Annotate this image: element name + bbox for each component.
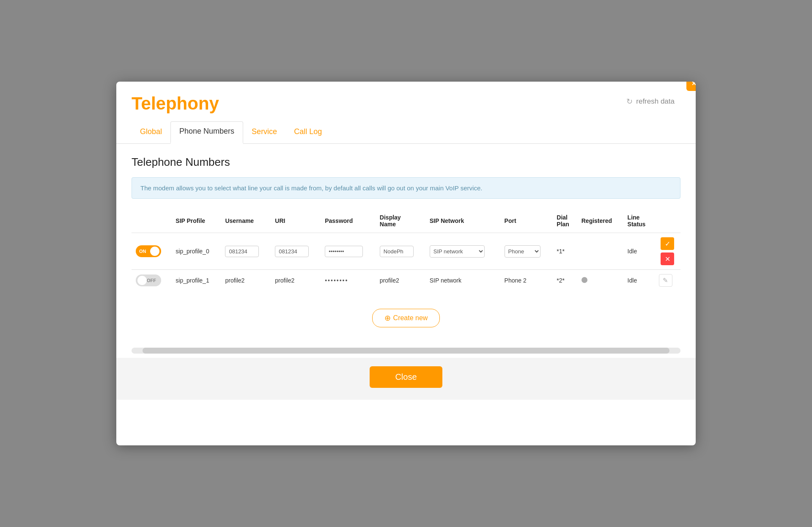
- modal-body: Telephone Numbers The modem allows you t…: [116, 144, 696, 340]
- create-new-label: Create new: [393, 314, 428, 322]
- sip-profile-name: sip_profile_1: [171, 270, 221, 291]
- toggle-cell: ON: [132, 233, 171, 270]
- col-header-sip-network: SIP Network: [425, 211, 500, 233]
- col-header-username: Username: [221, 211, 271, 233]
- password-input[interactable]: [325, 246, 363, 257]
- username-input[interactable]: [225, 246, 259, 257]
- horizontal-scrollbar[interactable]: [132, 348, 680, 354]
- sip-network-select[interactable]: SIP network: [430, 245, 485, 258]
- port-select[interactable]: Phone Phone 2: [505, 245, 540, 258]
- line-status-cell: Idle: [623, 233, 655, 270]
- refresh-button[interactable]: ↻ refresh data: [626, 97, 675, 106]
- toggle-thumb: [137, 276, 147, 285]
- modal-footer: Close: [116, 358, 696, 400]
- port-cell: Phone Phone 2: [500, 233, 553, 270]
- col-header-dial-plan: DialPlan: [552, 211, 577, 233]
- col-header-registered: Registered: [577, 211, 623, 233]
- col-header-display-name: DisplayName: [376, 211, 425, 233]
- registered-cell: [577, 270, 623, 291]
- modal-header: Telephony ↻ refresh data Global Phone Nu…: [116, 82, 696, 144]
- save-button[interactable]: ✓: [661, 237, 674, 250]
- sip-network-cell: SIP network: [425, 270, 500, 291]
- table-container: SIP Profile Username URI Password Displa…: [132, 211, 680, 291]
- refresh-icon: ↻: [626, 97, 633, 106]
- uri-cell: profile2: [271, 270, 321, 291]
- toggle-off-switch[interactable]: OFF: [136, 274, 161, 286]
- dial-plan-cell: *1*: [552, 233, 577, 270]
- col-header-port: Port: [500, 211, 553, 233]
- section-title: Telephone Numbers: [132, 156, 680, 169]
- tab-phone-numbers[interactable]: Phone Numbers: [170, 121, 243, 144]
- display-name-cell: [376, 233, 425, 270]
- modal-overlay: × Telephony ↻ refresh data Global Phone …: [0, 0, 812, 527]
- sip-network-cell: SIP network: [425, 233, 500, 270]
- username-cell: profile2: [221, 270, 271, 291]
- col-header-toggle: [132, 211, 171, 233]
- refresh-label: refresh data: [636, 97, 675, 106]
- uri-input[interactable]: [275, 246, 309, 257]
- sip-profiles-table: SIP Profile Username URI Password Displa…: [132, 211, 680, 291]
- tab-bar: Global Phone Numbers Service Call Log: [132, 121, 680, 143]
- info-banner: The modem allows you to select what line…: [132, 177, 680, 199]
- tab-call-log[interactable]: Call Log: [285, 121, 330, 143]
- toggle-cell: OFF: [132, 270, 171, 291]
- toggle-thumb: [150, 247, 159, 256]
- dial-plan-cell: *2*: [552, 270, 577, 291]
- modal-dialog: × Telephony ↻ refresh data Global Phone …: [116, 82, 696, 445]
- scrollbar-thumb: [143, 348, 669, 354]
- plus-icon: ⊕: [384, 313, 391, 323]
- toggle-on-label: ON: [136, 249, 146, 254]
- toggle-on-switch[interactable]: ON: [136, 245, 161, 257]
- registered-dot: [582, 277, 587, 283]
- sip-profile-name: sip_profile_0: [171, 233, 221, 270]
- app-title: Telephony: [132, 93, 680, 114]
- create-new-button[interactable]: ⊕ Create new: [372, 309, 440, 327]
- port-cell: Phone 2: [500, 270, 553, 291]
- table-row: ON sip_profile_0: [132, 233, 680, 270]
- close-button[interactable]: Close: [370, 366, 442, 388]
- uri-cell: [271, 233, 321, 270]
- username-cell: [221, 233, 271, 270]
- password-dots: ••••••••: [325, 277, 348, 284]
- col-header-sip-profile: SIP Profile: [171, 211, 221, 233]
- password-cell: [321, 233, 376, 270]
- actions-cell: ✓ ✕: [655, 233, 680, 270]
- col-header-actions: [655, 211, 680, 233]
- actions-column: ✓ ✕: [659, 237, 676, 265]
- registered-cell: [577, 233, 623, 270]
- table-row: OFF sip_profile_1 profile2 profile2 ••••…: [132, 270, 680, 291]
- password-cell: ••••••••: [321, 270, 376, 291]
- tab-global[interactable]: Global: [132, 121, 170, 143]
- display-name-input[interactable]: [380, 246, 414, 257]
- tab-service[interactable]: Service: [243, 121, 285, 143]
- delete-button[interactable]: ✕: [661, 253, 674, 265]
- edit-button[interactable]: ✎: [659, 274, 672, 287]
- col-header-line-status: LineStatus: [623, 211, 655, 233]
- col-header-uri: URI: [271, 211, 321, 233]
- line-status-cell: Idle: [623, 270, 655, 291]
- display-name-cell: profile2: [376, 270, 425, 291]
- actions-cell: ✎: [655, 270, 680, 291]
- close-x-button[interactable]: ×: [686, 82, 696, 91]
- col-header-password: Password: [321, 211, 376, 233]
